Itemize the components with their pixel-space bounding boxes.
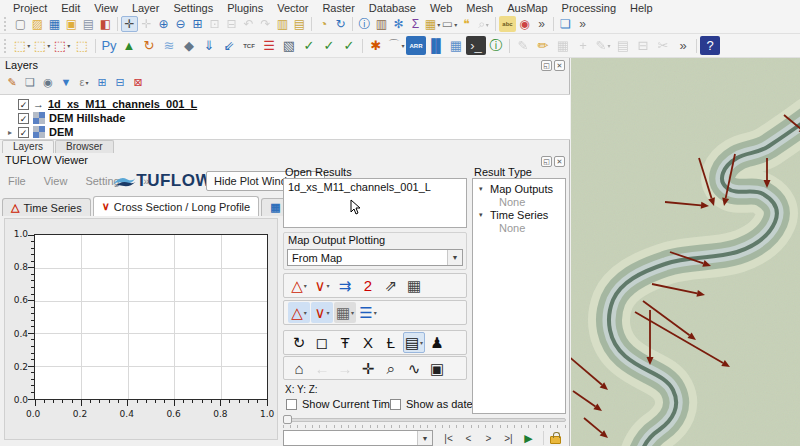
slider-handle[interactable]	[283, 415, 292, 424]
pan-plot-icon[interactable]: ✛	[357, 358, 379, 379]
dock-tab-browser[interactable]: Browser	[55, 140, 114, 153]
project-new-icon[interactable]: ▢	[12, 16, 29, 32]
dock-tab-layers[interactable]: Layers	[2, 140, 54, 153]
label-tools-icon[interactable]: ◉	[516, 16, 533, 32]
statistical-summary-icon[interactable]: ▥	[373, 16, 390, 32]
menu-project[interactable]: Project	[6, 1, 54, 15]
menu-processing[interactable]: Processing	[555, 1, 623, 15]
toolbar-overflow-icon[interactable]: »	[533, 16, 550, 32]
timeseries-plot-icon[interactable]: △▾	[288, 275, 310, 296]
menu-raster[interactable]: Raster	[315, 1, 361, 15]
layer-item[interactable]: ▸✓DEM	[0, 125, 570, 139]
next-timestep-button[interactable]: >	[480, 431, 497, 446]
cursor-crosssection-icon[interactable]: ∨▾	[311, 302, 333, 323]
open-results-list[interactable]: 1d_xs_M11_channels_001_L	[283, 178, 467, 228]
skip-to-last-button[interactable]: >|	[500, 431, 517, 446]
layer-visibility-checkbox[interactable]: ✓	[18, 99, 29, 110]
zoom-full-icon[interactable]: ⊞	[189, 16, 206, 32]
tuflow-menu-file[interactable]: File	[0, 174, 34, 188]
menu-database[interactable]: Database	[362, 1, 423, 15]
select-features-icon[interactable]: ⬚▾	[12, 36, 32, 55]
show-bookmarks-icon[interactable]: ▤	[291, 16, 308, 32]
result-tree-node[interactable]: ▾Time Series	[473, 208, 565, 221]
menu-edit[interactable]: Edit	[54, 1, 87, 15]
float-panel-icon[interactable]: ◱	[541, 60, 552, 71]
download-icon[interactable]: ⇓	[199, 36, 219, 55]
close-panel-icon[interactable]: ✕	[554, 60, 565, 71]
previous-timestep-button[interactable]: <	[460, 431, 477, 446]
chevron-down-icon[interactable]: ▼	[447, 250, 462, 265]
grid-tools-icon[interactable]: ▦	[446, 36, 466, 55]
map-canvas[interactable]	[571, 58, 800, 446]
terminal-icon[interactable]: ›_	[466, 36, 486, 55]
secondary-axis-icon[interactable]: 2	[357, 275, 379, 296]
lock-icon[interactable]	[550, 436, 561, 444]
calendar-icon[interactable]: ▦▾	[424, 16, 441, 32]
help-icon[interactable]: ?	[700, 36, 720, 55]
filter-legend-icon[interactable]: ▼	[57, 74, 75, 91]
zoom-rect-icon[interactable]: ⌕	[380, 358, 402, 379]
cursor-timeseries-icon[interactable]: △▾	[288, 302, 310, 323]
timestep-combo[interactable]: ▼	[283, 430, 433, 446]
map-tips-icon[interactable]: ❝	[458, 16, 475, 32]
edit-overflow-icon[interactable]: »	[673, 36, 693, 55]
attachment-icon[interactable]: ⌒▾	[386, 36, 406, 55]
shield-icon[interactable]: ◆	[179, 36, 199, 55]
result-tree-node[interactable]: ▾Map Outputs	[473, 182, 565, 195]
refresh-map-icon[interactable]: ↻	[332, 16, 349, 32]
adcp-grid-icon[interactable]: ▦	[403, 275, 425, 296]
result-type-tree[interactable]: ▾Map OutputsNone▾Time SeriesNone	[472, 178, 566, 414]
tree-expander-icon[interactable]: ▾	[479, 211, 487, 219]
collapse-all-icon[interactable]: ⊟	[111, 74, 129, 91]
check-geometry-icon[interactable]: ✓	[299, 36, 319, 55]
layout-manager-icon[interactable]: ▤	[80, 16, 97, 32]
result-tree-child[interactable]: None	[473, 221, 565, 234]
legend-toggle-icon[interactable]: ▤▾	[403, 332, 425, 353]
labels-icon[interactable]: abc	[499, 16, 516, 32]
result-tree-child[interactable]: None	[473, 195, 565, 208]
zoom-in-icon[interactable]: ⊕	[155, 16, 172, 32]
clear-plot-icon[interactable]: ◻	[311, 332, 333, 353]
options-gear-icon[interactable]: ✻	[390, 16, 407, 32]
tree-expander-icon[interactable]: ▾	[479, 185, 487, 193]
open-layer-styling-icon[interactable]: ✎	[3, 74, 21, 91]
filter-expression-icon[interactable]: ε▾	[75, 74, 93, 91]
show-current-time-checkbox[interactable]: Show Current Time	[286, 398, 396, 410]
freeze-y-axis-icon[interactable]: Ƚ	[380, 332, 402, 353]
layer-visibility-checkbox[interactable]: ✓	[18, 127, 29, 138]
arr-plugin-icon[interactable]: ARR	[406, 36, 426, 55]
menu-mesh[interactable]: Mesh	[459, 1, 500, 15]
sum-features-icon[interactable]: Σ	[407, 16, 424, 32]
add-group-icon[interactable]: ❏	[21, 74, 39, 91]
show-as-dates-checkbox[interactable]: Show as dates	[390, 398, 478, 410]
home-icon[interactable]: ⌂	[288, 358, 310, 379]
info-green-icon[interactable]: ⓘ	[486, 36, 506, 55]
project-save-icon[interactable]: ▦	[46, 16, 63, 32]
layer-item[interactable]: ✓→1d_xs_M11_channels_001_L	[0, 97, 570, 111]
menu-ausmap[interactable]: AusMap	[500, 1, 554, 15]
temporal-controller-icon[interactable]: ◔	[315, 16, 332, 32]
new-print-layout-icon[interactable]: ▣	[63, 16, 80, 32]
plot-figure[interactable]: 0.00.20.40.60.81.00.00.20.40.60.81.0	[4, 218, 278, 440]
cross-section-plot-icon[interactable]: ∨▾	[311, 275, 333, 296]
select-by-location-icon[interactable]: ⬚	[72, 36, 92, 55]
tuflow-menu-view[interactable]: View	[36, 174, 76, 188]
checkbox-icon[interactable]	[286, 399, 297, 410]
duplicate-layers-icon[interactable]: ❏	[557, 16, 574, 32]
checkbox-icon[interactable]	[390, 399, 401, 410]
python-console-icon[interactable]: Py	[99, 36, 119, 55]
expand-all-icon[interactable]: ⊞	[93, 74, 111, 91]
fox-plugin-icon[interactable]: ✱	[366, 36, 386, 55]
plot-options-icon[interactable]: ∿	[403, 358, 425, 379]
flood-modeller-icon[interactable]: ▐▌	[426, 36, 446, 55]
map-output-plotting-combo[interactable]: From Map ▼	[287, 249, 463, 266]
play-button[interactable]: ▶	[520, 431, 537, 446]
measure-icon[interactable]: ▭▾	[441, 16, 458, 32]
project-open-icon[interactable]: ▨	[29, 16, 46, 32]
import-icon[interactable]: ⇙	[219, 36, 239, 55]
freeze-axis-icon[interactable]: Ŧ	[334, 332, 356, 353]
toggle-editing-icon[interactable]: ✏	[533, 36, 553, 55]
menu-web[interactable]: Web	[423, 1, 459, 15]
select-by-value-icon[interactable]: ⬚▾	[32, 36, 52, 55]
menu-plugins[interactable]: Plugins	[220, 1, 270, 15]
